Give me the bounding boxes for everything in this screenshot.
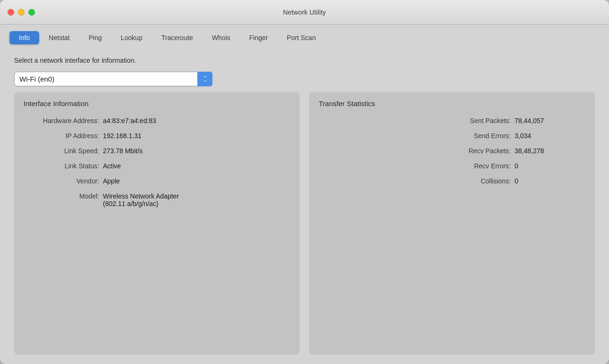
recv-errors-row: Recv Errors: 0 bbox=[319, 162, 585, 170]
recv-packets-row: Recv Packets: 38,48,278 bbox=[319, 147, 585, 155]
link-speed-row: Link Speed: 273.78 Mbit/s bbox=[24, 147, 290, 155]
hardware-address-value: a4:83:e7:a4:ed:83 bbox=[103, 117, 156, 124]
send-errors-value: 3,034 bbox=[515, 132, 557, 140]
link-speed-label: Link Speed: bbox=[24, 147, 99, 155]
sent-packets-label: Sent Packets: bbox=[445, 117, 511, 124]
ip-address-label: IP Address: bbox=[24, 132, 99, 140]
recv-errors-label: Recv Errors: bbox=[445, 162, 511, 170]
hardware-address-label: Hardware Address: bbox=[24, 117, 99, 124]
send-errors-label: Send Errors: bbox=[445, 132, 511, 140]
tab-finger[interactable]: Finger bbox=[240, 31, 278, 44]
recv-errors-value: 0 bbox=[515, 162, 557, 170]
link-speed-value: 273.78 Mbit/s bbox=[103, 147, 143, 155]
minimize-button[interactable] bbox=[18, 9, 25, 16]
model-row: Model: Wireless Network Adapter (802.11 … bbox=[24, 192, 290, 207]
vendor-row: Vendor: Apple bbox=[24, 177, 290, 185]
tab-lookup[interactable]: Lookup bbox=[111, 31, 152, 44]
vendor-value: Apple bbox=[103, 177, 120, 185]
model-label: Model: bbox=[24, 192, 99, 200]
tab-ping[interactable]: Ping bbox=[79, 31, 111, 44]
hardware-address-row: Hardware Address: a4:83:e7:a4:ed:83 bbox=[24, 117, 290, 124]
sent-packets-value: 78,44,057 bbox=[515, 117, 557, 124]
traffic-lights bbox=[8, 9, 35, 16]
transfer-panel-title: Transfer Statistics bbox=[319, 99, 585, 108]
main-window: Network Utility Info Netstat Ping Lookup… bbox=[0, 0, 609, 364]
ip-address-row: IP Address: 192.168.1.31 bbox=[24, 132, 290, 140]
main-content: Select a network interface for informati… bbox=[0, 49, 609, 364]
model-value: Wireless Network Adapter (802.11 a/b/g/n… bbox=[103, 192, 179, 207]
collisions-row: Collisions: 0 bbox=[319, 177, 585, 185]
send-errors-row: Send Errors: 3,034 bbox=[319, 132, 585, 140]
vendor-label: Vendor: bbox=[24, 177, 99, 185]
transfer-stats-panel: Transfer Statistics Sent Packets: 78,44,… bbox=[309, 92, 595, 355]
interface-panel-title: Interface Information bbox=[24, 99, 290, 108]
window-title: Network Utility bbox=[283, 8, 326, 16]
tab-portscan[interactable]: Port Scan bbox=[277, 31, 325, 44]
link-status-label: Link Status: bbox=[24, 162, 99, 170]
ip-address-value: 192.168.1.31 bbox=[103, 132, 142, 140]
title-bar: Network Utility bbox=[0, 0, 609, 25]
link-status-value: Active bbox=[103, 162, 121, 170]
close-button[interactable] bbox=[8, 9, 14, 16]
tab-whois[interactable]: Whois bbox=[203, 31, 240, 44]
tab-info[interactable]: Info bbox=[9, 31, 39, 44]
tab-bar: Info Netstat Ping Lookup Traceroute Whoi… bbox=[0, 25, 609, 49]
recv-packets-value: 38,48,278 bbox=[515, 147, 557, 155]
info-panels: Interface Information Hardware Address: … bbox=[14, 92, 595, 355]
collisions-value: 0 bbox=[515, 177, 557, 185]
select-label: Select a network interface for informati… bbox=[14, 57, 595, 64]
interface-info-panel: Interface Information Hardware Address: … bbox=[14, 92, 300, 355]
maximize-button[interactable] bbox=[28, 9, 35, 16]
tab-netstat[interactable]: Netstat bbox=[39, 31, 79, 44]
recv-packets-label: Recv Packets: bbox=[445, 147, 511, 155]
collisions-label: Collisions: bbox=[445, 177, 511, 185]
interface-select[interactable]: Wi-Fi (en0) bbox=[14, 72, 212, 86]
tab-traceroute[interactable]: Traceroute bbox=[152, 31, 203, 44]
interface-select-wrapper: Wi-Fi (en0) bbox=[14, 72, 212, 86]
sent-packets-row: Sent Packets: 78,44,057 bbox=[319, 117, 585, 124]
link-status-row: Link Status: Active bbox=[24, 162, 290, 170]
